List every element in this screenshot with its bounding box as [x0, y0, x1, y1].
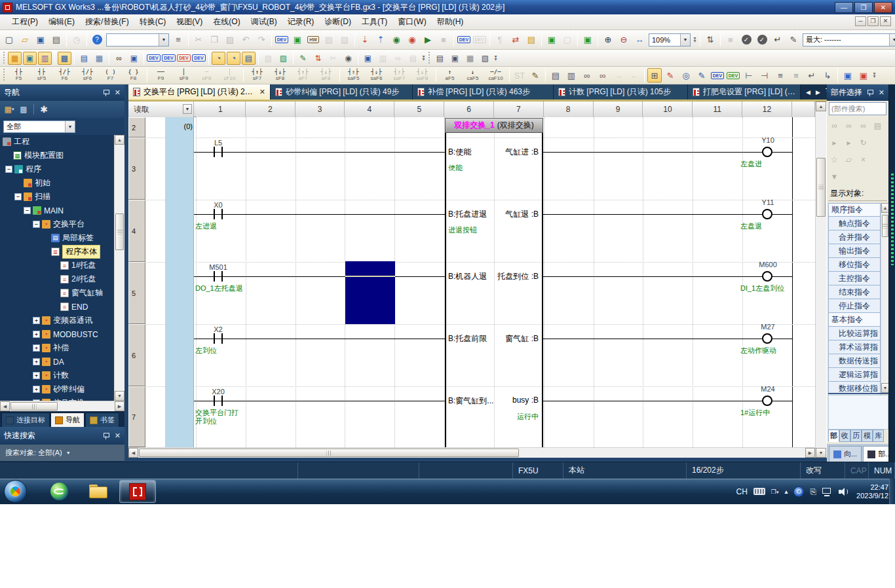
dock-tab-向...[interactable]: 向... [829, 446, 862, 462]
tree-item-变频器通讯[interactable]: +▪变频器通讯 [0, 314, 114, 327]
chevron-down-icon[interactable]: ▼ [183, 104, 192, 114]
expand-icon[interactable]: + [33, 331, 40, 338]
pin-icon[interactable] [866, 89, 873, 96]
tree-item-交换平台[interactable]: −▪交换平台 [0, 217, 114, 231]
find-result-button[interactable]: ▣ [127, 52, 141, 65]
rising-pulse-close-button[interactable]: ┤⇑├saF5 [343, 67, 364, 83]
refresh-button[interactable]: ↻ [857, 137, 869, 149]
quick-search-scope[interactable]: 搜索对象: 全部(A) ▼ [0, 445, 124, 461]
rising-pulse-or-button[interactable]: ┤↑├aF7 [292, 67, 314, 83]
collapsed-dock-strip[interactable] [888, 84, 895, 462]
dock-tab-连接目标[interactable]: 连接目标 [1, 413, 50, 427]
outdent-button[interactable]: ← [627, 68, 641, 83]
menu-item-调试[interactable]: 调试(B) [246, 14, 282, 29]
watch2-window-button[interactable]: ◔ [227, 52, 240, 65]
verify-plc-button[interactable]: ◉ [389, 33, 404, 47]
device-cut-button[interactable]: ✂ [326, 52, 340, 65]
monitor-read-button[interactable]: ▶ [421, 33, 435, 47]
tree-item-扫描[interactable]: −扫描 [0, 190, 114, 204]
tree-item-窗气缸轴[interactable]: ≡窗气缸轴 [0, 286, 114, 300]
device-display-button[interactable]: DEV [457, 33, 471, 47]
menu-item-窗口[interactable]: 窗口(W) [392, 14, 431, 29]
rising-pulse-button[interactable]: ┤↑├sF7 [246, 67, 268, 83]
scrollbar-thumb[interactable] [10, 402, 58, 411]
module-tool-button[interactable]: ▨ [276, 52, 290, 65]
rising-edge-button[interactable]: ↑aF5 [439, 67, 461, 83]
ladder-read-mode-cell[interactable]: 读取▼ [128, 101, 194, 117]
tree-vertical-scrollbar[interactable]: ▲▼ [114, 135, 124, 401]
instruction-group-结束指令[interactable]: 结束指令 [828, 285, 881, 299]
element-selection-button[interactable]: ▩ [58, 52, 71, 65]
paste-special-button[interactable]: ▨ [322, 33, 336, 47]
tree-item-初始[interactable]: 初始 [0, 176, 114, 190]
show-desktop-button[interactable] [889, 479, 895, 504]
ladder-row-number-2[interactable]: 2 [128, 117, 145, 138]
expand-icon[interactable]: + [33, 358, 40, 365]
coil-device-M27[interactable]: M27 [742, 323, 794, 331]
label-editor-button[interactable]: ✎ [296, 52, 310, 65]
find-instruction-button[interactable]: ∞ [596, 68, 610, 83]
find-dim-button[interactable]: ∞ [391, 52, 405, 65]
expand-icon[interactable]: + [33, 386, 40, 393]
tree-item-2#托盘[interactable]: ≡2#托盘 [0, 272, 114, 286]
device-write-button[interactable]: DEV [275, 33, 289, 47]
recent-button[interactable]: ◷ [69, 33, 84, 47]
menu-item-转换[interactable]: 转换(C) [134, 14, 172, 29]
document-tab-5[interactable]: 打肥皂设置 [PRG] [LD] (只读 [688, 84, 801, 100]
open-contact-button[interactable]: ┤├F5 [8, 67, 29, 83]
open-project-button[interactable]: ▱ [18, 33, 32, 47]
fb-output-pin[interactable]: 气缸退 :B [455, 209, 539, 220]
delete-horizontal-line-button[interactable]: ┈cF9 [196, 67, 218, 83]
scroll-up-icon[interactable]: ▲ [115, 135, 124, 145]
tree-filter-combo[interactable]: 全部 ▼ [3, 120, 75, 133]
element-search-input[interactable]: (部件搜索) [829, 102, 886, 115]
document-tab-4[interactable]: 计数 [PRG] [LD] (只读) 105步 [554, 84, 688, 100]
cross-reference-button[interactable]: ▥ [38, 52, 52, 65]
device-batch-button[interactable]: HW [306, 33, 320, 47]
tree-item-补偿[interactable]: +▪补偿 [0, 341, 114, 355]
instruction-group-移位指令[interactable]: 移位指令 [828, 258, 881, 272]
tree-item-1#托盘[interactable]: ≡1#托盘 [0, 259, 114, 272]
scroll-up-icon[interactable]: ▲ [816, 101, 826, 111]
window-lock-button[interactable]: ▣ [544, 33, 559, 47]
undo-button[interactable]: ↶ [238, 33, 253, 47]
help-button[interactable]: ? [90, 33, 104, 47]
fb-header[interactable]: 双排交换_1(双排交换) [445, 118, 543, 133]
search-options-icon[interactable]: ≡ [171, 33, 185, 47]
output-coil-Y11[interactable] [762, 209, 772, 219]
scrollbar-thumb[interactable] [882, 215, 888, 237]
chevron-down-icon[interactable]: ▼ [159, 34, 168, 46]
ladder-vertical-scrollbar[interactable]: ▲▼ [815, 101, 826, 458]
redo-button[interactable]: ↷ [254, 33, 269, 47]
fb-output-pin[interactable]: busy :B [455, 395, 539, 405]
vertical-line-button[interactable]: │sF9 [173, 67, 195, 83]
element-tab-模[interactable]: 模 [862, 430, 873, 442]
instruction-group-比较运算指[interactable]: 比较运算指 [828, 327, 881, 340]
edit-comment-button[interactable]: ✎ [528, 68, 543, 83]
scroll-down-icon[interactable]: ▼ [816, 448, 826, 458]
document-button[interactable]: ▤ [406, 52, 420, 65]
new-project-button[interactable]: ▢ [2, 33, 16, 47]
scrollbar-thumb[interactable] [115, 213, 124, 250]
falling-pulse-button[interactable]: ┤↓├sF8 [269, 67, 291, 83]
toolbar-grip[interactable] [428, 52, 431, 65]
falling-edge-button[interactable]: ↓caF5 [462, 67, 484, 83]
instruction-group-停止指令[interactable]: 停止指令 [828, 299, 881, 313]
menu-item-搜索/替换[interactable]: 搜索/替换(F) [80, 14, 134, 29]
menu-item-工具[interactable]: 工具(T) [356, 14, 392, 29]
coil-device-M600[interactable]: M600 [742, 261, 794, 268]
result-list-button[interactable]: ▤ [871, 120, 884, 132]
output-window-button[interactable]: ▤ [77, 52, 91, 65]
collapse-icon[interactable]: − [24, 207, 31, 214]
ladder-selection-cursor[interactable] [345, 261, 395, 324]
instruction-group-数据传送指[interactable]: 数据传送指 [828, 354, 881, 368]
mdi-minimize-button[interactable]: ─ [855, 16, 866, 26]
clear-selection-button[interactable]: ▸ [843, 137, 855, 149]
copy-button[interactable]: ❐ [207, 33, 221, 47]
delete-button[interactable]: × [857, 154, 869, 166]
ladder-row-number-4[interactable]: 4 [128, 200, 145, 262]
add-favorite-button[interactable]: ☆ [828, 154, 841, 166]
save-project-button[interactable]: ▣ [33, 33, 48, 47]
instruction-group-触点指令[interactable]: 触点指令 [828, 217, 881, 230]
element-tab-库[interactable]: 库 [873, 430, 884, 442]
